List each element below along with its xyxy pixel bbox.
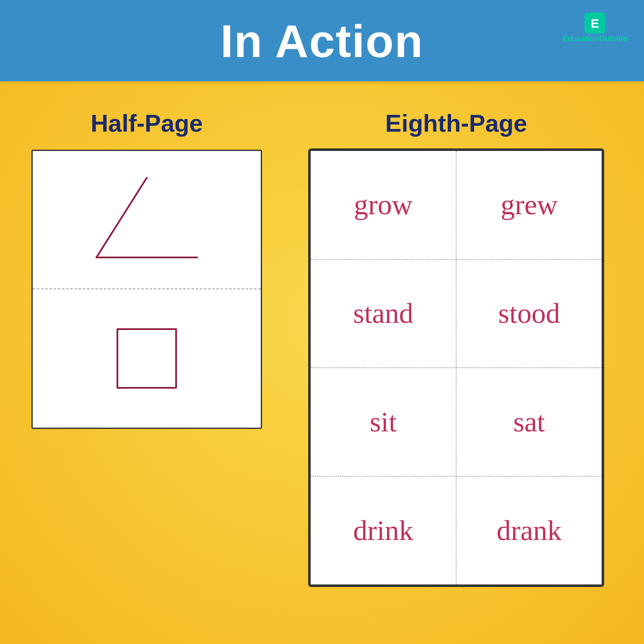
square-drawing bbox=[101, 317, 193, 400]
education-outside-icon: E bbox=[584, 13, 605, 34]
grid-cell-sat: sat bbox=[456, 368, 602, 476]
word-stood: stood bbox=[498, 297, 560, 330]
logo-outside: Outside bbox=[599, 34, 627, 43]
grid-cell-drank: drank bbox=[456, 476, 602, 585]
page-wrapper: In Action E EducationOutside Half-Page bbox=[0, 0, 644, 644]
word-sit: sit bbox=[370, 405, 397, 439]
half-page-title: Half-Page bbox=[91, 109, 203, 137]
grid-cell-sit: sit bbox=[311, 368, 456, 476]
word-drink: drink bbox=[353, 514, 413, 547]
svg-text:E: E bbox=[591, 16, 599, 30]
word-sat: sat bbox=[513, 405, 545, 439]
word-grew: grew bbox=[501, 188, 558, 221]
page-title: In Action bbox=[221, 14, 423, 68]
logo-education: Education bbox=[563, 34, 599, 43]
half-page-card bbox=[31, 150, 262, 429]
svg-rect-3 bbox=[117, 329, 176, 388]
grid-cell-grew: grew bbox=[456, 151, 602, 260]
square-section bbox=[33, 289, 261, 428]
logo-text: EducationOutside bbox=[563, 34, 627, 43]
word-stand: stand bbox=[353, 297, 413, 330]
grid-cell-stand: stand bbox=[311, 260, 456, 368]
eighth-page-grid: grow grew stand stood sit sat bbox=[309, 150, 603, 586]
triangle-drawing bbox=[88, 169, 205, 270]
left-column: Half-Page bbox=[25, 109, 268, 429]
word-drank: drank bbox=[497, 514, 562, 547]
header: In Action E EducationOutside bbox=[0, 0, 644, 84]
grid-cell-drink: drink bbox=[311, 476, 456, 585]
word-grow: grow bbox=[354, 188, 413, 221]
triangle-section bbox=[33, 151, 261, 289]
main-content: Half-Page Eighth-Page bbox=[0, 84, 644, 644]
logo-area: E EducationOutside bbox=[563, 13, 627, 43]
grid-cell-stood: stood bbox=[456, 260, 602, 368]
eighth-page-title: Eighth-Page bbox=[385, 109, 527, 137]
right-column: Eighth-Page grow grew stand stood bbox=[293, 109, 619, 586]
grid-cell-grow: grow bbox=[311, 151, 456, 260]
